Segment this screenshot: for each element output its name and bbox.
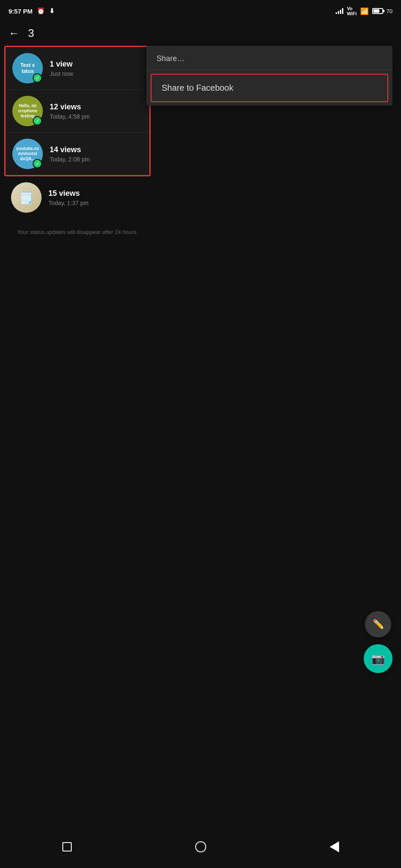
selected-status-list: Test status ✓ 1 view Just now Hello, mic… [4, 46, 151, 176]
status-item-2[interactable]: Hello, microphonetesting ✓ 12 views Toda… [6, 90, 149, 133]
back-button[interactable]: ← [8, 28, 20, 39]
check-icon-3: ✓ [33, 159, 42, 168]
status-item-plain[interactable]: 🗒️ 15 views Today, 1:37 pm [0, 176, 155, 219]
main-content: Test status ✓ 1 view Just now Hello, mic… [0, 46, 401, 766]
alarm-icon: ⏰ [37, 7, 45, 15]
fab-container: ✏️ 📷 [364, 611, 393, 673]
time-plain: Today, 1:37 pm [48, 200, 144, 206]
views-2: 12 views [50, 103, 143, 111]
header: ← 3 [0, 20, 401, 46]
share-to-facebook-button[interactable]: Share to Facebook [151, 74, 388, 102]
battery-percent: 70 [387, 8, 393, 14]
nav-home-button[interactable] [190, 836, 211, 857]
status-left: 9:57 PM ⏰ ⬇ [8, 7, 55, 15]
camera-fab-button[interactable]: 📷 [364, 644, 393, 673]
avatar-image: 🗒️ [11, 182, 42, 213]
battery-icon [372, 8, 383, 14]
nav-square-button[interactable] [56, 836, 78, 857]
status-info-3: 14 views Today, 2:08 pm [50, 145, 143, 163]
wifi-icon: 📶 [360, 7, 369, 15]
status-item-3[interactable]: youtube.com/shorts/dvQA... ✓ 14 views To… [6, 133, 149, 175]
status-info-plain: 15 views Today, 1:37 pm [48, 189, 144, 206]
nav-bar [0, 830, 401, 868]
time-2: Today, 4:58 pm [50, 113, 143, 120]
left-panel: Test status ✓ 1 view Just now Hello, mic… [0, 46, 155, 766]
avatar-text-1: Test status [20, 62, 35, 75]
status-note: Your status updates will disappear after… [0, 219, 155, 245]
status-right: VoWiFi 📶 70 [336, 6, 393, 16]
download-icon: ⬇ [49, 7, 55, 15]
vowifi-icon: VoWiFi [347, 6, 356, 16]
avatar-text-2: Hello, microphonetesting [18, 103, 37, 119]
status-bar: 9:57 PM ⏰ ⬇ VoWiFi 📶 70 [0, 0, 401, 20]
status-item-1[interactable]: Test status ✓ 1 view Just now [6, 47, 149, 90]
time-3: Today, 2:08 pm [50, 156, 143, 163]
check-icon-2: ✓ [33, 116, 42, 125]
check-icon-1: ✓ [33, 73, 42, 83]
edit-fab-button[interactable]: ✏️ [365, 611, 391, 637]
triangle-icon [330, 841, 339, 852]
time-display: 9:57 PM [8, 8, 33, 15]
views-1: 1 view [50, 60, 143, 69]
views-3: 14 views [50, 145, 143, 154]
time-1: Just now [50, 70, 143, 77]
status-info-1: 1 view Just now [50, 60, 143, 77]
nav-back-button[interactable] [324, 836, 345, 857]
status-info-2: 12 views Today, 4:58 pm [50, 103, 143, 120]
share-title: Share… [146, 46, 393, 70]
status-count: 3 [28, 27, 34, 40]
edit-icon: ✏️ [373, 619, 384, 630]
share-menu: Share… Share to Facebook [146, 46, 393, 106]
avatar-container-1: Test status ✓ [12, 53, 43, 83]
square-icon [62, 842, 72, 851]
circle-icon [195, 841, 206, 852]
avatar-container-3: youtube.com/shorts/dvQA... ✓ [12, 139, 43, 169]
avatar-container-2: Hello, microphonetesting ✓ [12, 96, 43, 126]
signal-icon [336, 8, 343, 14]
camera-icon: 📷 [371, 652, 385, 665]
avatar-plain: 🗒️ [11, 182, 42, 213]
views-plain: 15 views [48, 189, 144, 198]
